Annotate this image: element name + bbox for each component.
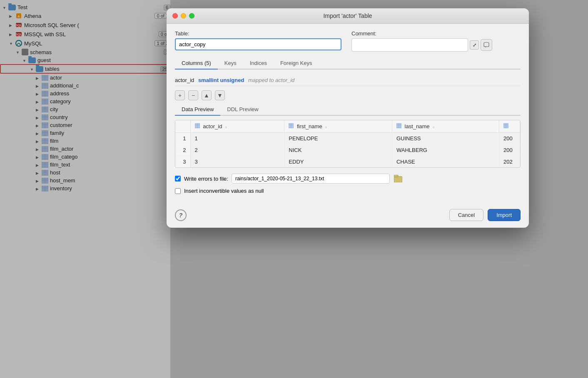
comment-area: ⤢ (351, 38, 492, 52)
col-icon-first-name (289, 123, 294, 129)
row-num-1: 1 (175, 133, 190, 144)
sort-arrow-actor-id[interactable]: ⬦ (225, 124, 227, 129)
cell-last-name-3: CHASE (392, 156, 499, 168)
table-header-row: actor_id ⬦ first_name ⬦ (175, 120, 520, 133)
table-name-input[interactable] (175, 38, 341, 50)
file-browse-button[interactable] (393, 174, 403, 184)
traffic-lights (172, 13, 194, 19)
cell-actor-id-2: 2 (190, 144, 284, 156)
add-column-button[interactable]: + (175, 90, 185, 100)
remove-column-button[interactable]: − (188, 90, 198, 100)
th-first-name[interactable]: first_name ⬦ (284, 120, 392, 133)
cell-first-name-3: EDDY (284, 156, 392, 168)
import-modal: Import 'actor' Table Table: Comment: ⤢ (167, 8, 529, 228)
footer-buttons: Cancel Import (449, 209, 521, 221)
write-errors-label: Write errors to file: (184, 176, 228, 182)
col-icon-extra (503, 123, 508, 129)
modal-titlebar: Import 'actor' Table (167, 8, 529, 24)
th-last-name[interactable]: last_name ⬦ (392, 120, 499, 133)
col-icon-last-name (396, 123, 401, 129)
modal-title: Import 'actor' Table (323, 12, 372, 19)
tab-keys[interactable]: Keys (218, 57, 243, 70)
maximize-button[interactable] (189, 13, 194, 19)
cell-last-name-1: GUINESS (392, 133, 499, 144)
cancel-button[interactable]: Cancel (449, 209, 483, 221)
insert-null-row: Insert inconvertible values as null (175, 188, 521, 194)
col-label-first-name: first_name (297, 123, 322, 129)
table-row: 2 2 NICK WAHLBERG 200 (175, 144, 520, 156)
column-header-row: actor_id smallint unsigned mapped to act… (175, 74, 521, 86)
cell-actor-id-1: 1 (190, 133, 284, 144)
cell-extra-2: 200 (499, 144, 520, 156)
tab-foreign-keys[interactable]: Foreign Keys (274, 57, 319, 70)
data-table-container: actor_id ⬦ first_name ⬦ (175, 120, 521, 168)
cell-extra-1: 200 (499, 133, 520, 144)
minimize-button[interactable] (181, 13, 186, 19)
help-button[interactable]: ? (175, 209, 187, 221)
column-toolbar: + − ▲ ▼ (175, 89, 521, 104)
tab-indices[interactable]: Indices (243, 57, 274, 70)
comment-icon-button[interactable] (481, 39, 492, 51)
write-errors-checkbox[interactable] (175, 176, 181, 182)
col-label-last-name: last_name (405, 123, 430, 129)
sort-arrow-first-name[interactable]: ⬦ (325, 124, 327, 129)
tab-columns[interactable]: Columns (5) (175, 57, 218, 70)
column-type: smallint unsigned (198, 77, 244, 83)
table-form-group: Table: (175, 30, 341, 50)
table-row: 1 1 PENELOPE GUINESS 200 (175, 133, 520, 144)
preview-tabs: Data Preview DDL Preview (175, 104, 521, 116)
comment-form-group: Comment: ⤢ (351, 30, 492, 52)
svg-rect-65 (394, 177, 402, 182)
file-path-input[interactable] (232, 174, 390, 184)
cell-actor-id-3: 3 (190, 156, 284, 168)
data-table: actor_id ⬦ first_name ⬦ (175, 120, 520, 167)
table-comment-row: Table: Comment: ⤢ (175, 30, 521, 52)
svg-rect-66 (394, 175, 398, 177)
modal-footer: ? Cancel Import (167, 205, 529, 228)
cell-first-name-2: NICK (284, 144, 392, 156)
column-mapped: mapped to actor_id (248, 77, 294, 83)
th-rownum (175, 120, 190, 133)
sort-arrow-last-name[interactable]: ⬦ (432, 124, 435, 129)
comment-label: Comment: (351, 30, 492, 37)
move-down-button[interactable]: ▼ (215, 90, 225, 100)
cell-first-name-1: PENELOPE (284, 133, 392, 144)
column-tabs: Columns (5) Keys Indices Foreign Keys (175, 57, 521, 70)
comment-input[interactable] (351, 38, 468, 52)
modal-body: Table: Comment: ⤢ Colum (167, 24, 529, 205)
column-name: actor_id (175, 77, 194, 83)
import-button[interactable]: Import (488, 209, 521, 221)
close-button[interactable] (172, 13, 178, 19)
cell-extra-3: 202 (499, 156, 520, 168)
cell-last-name-2: WAHLBERG (392, 144, 499, 156)
move-up-button[interactable]: ▲ (202, 90, 212, 100)
tab-ddl-preview[interactable]: DDL Preview (220, 104, 265, 116)
th-actor-id[interactable]: actor_id ⬦ (190, 120, 284, 133)
insert-null-checkbox[interactable] (175, 188, 181, 194)
col-icon-actor-id (195, 123, 200, 129)
table-row: 3 3 EDDY CHASE 202 (175, 156, 520, 168)
tab-data-preview[interactable]: Data Preview (175, 104, 220, 116)
row-num-2: 2 (175, 144, 190, 156)
col-label-actor-id: actor_id (203, 123, 222, 129)
th-extra[interactable] (499, 120, 520, 133)
write-errors-row: Write errors to file: (175, 174, 521, 184)
row-num-3: 3 (175, 156, 190, 168)
comment-expand-button[interactable]: ⤢ (470, 40, 479, 50)
svg-rect-52 (484, 42, 489, 47)
table-label: Table: (175, 30, 341, 37)
insert-null-label: Insert inconvertible values as null (184, 188, 264, 194)
